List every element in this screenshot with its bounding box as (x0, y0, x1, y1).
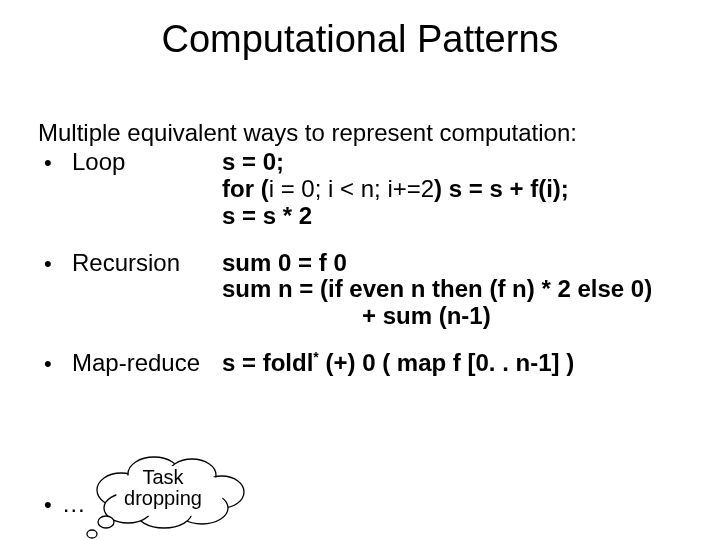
slide: Computational Patterns Multiple equivale… (0, 0, 720, 540)
cloud-line2: dropping (88, 488, 238, 509)
svg-point-9 (87, 530, 97, 538)
code-text: foldl (263, 349, 314, 376)
code-text: s = s * 2 (222, 202, 312, 229)
bullet-recursion-code: sum 0 = f 0 sum n = (if even n then (f n… (222, 250, 688, 331)
cloud-line1: Task (88, 467, 238, 488)
intro-text: Multiple equivalent ways to represent co… (38, 120, 688, 147)
code-text: then (432, 275, 483, 302)
bullet-dot-icon: • (44, 492, 62, 517)
bullet-loop-code: s = 0; for (i = 0; i < n; i+=2) s = s + … (222, 149, 688, 230)
slide-title: Computational Patterns (0, 18, 720, 61)
bullet-dot-icon: • (38, 250, 72, 277)
code-text: s = (222, 349, 263, 376)
bullet-mapreduce-label: Map-reduce (72, 350, 222, 377)
code-text: (f n) * 2 (483, 275, 578, 302)
cloud-text: Task dropping (88, 467, 238, 509)
bullet-mapreduce: • Map-reduce s = foldl* (+) 0 ( map f [0… (38, 350, 688, 377)
bullet-recursion-label: Recursion (72, 250, 222, 277)
code-text: else (577, 275, 624, 302)
code-text: ) s = s + f(i); (434, 175, 569, 202)
code-text: (+) 0 ( map f [0. . n-1] ) (319, 349, 574, 376)
bullet-loop-label: Loop (72, 149, 222, 176)
code-text: even n (343, 275, 432, 302)
bullet-recursion: • Recursion sum 0 = f 0 sum n = (if even… (38, 250, 688, 331)
bullet-dot-icon: • (38, 350, 72, 377)
code-text: sum n = ( (222, 275, 328, 302)
code-text: if (328, 275, 343, 302)
slide-body: Multiple equivalent ways to represent co… (38, 120, 688, 377)
code-text: s = 0; (222, 148, 284, 175)
code-text: 0) (624, 275, 652, 302)
code-text: + sum (n-1) (362, 302, 491, 329)
code-text: for ( (222, 175, 269, 202)
svg-point-8 (98, 516, 114, 528)
bullet-mapreduce-code: s = foldl* (+) 0 ( map f [0. . n-1] ) (222, 350, 688, 377)
code-text: sum 0 = f 0 (222, 249, 347, 276)
code-text: i = 0; i < n; i+=2 (269, 175, 434, 202)
thought-cloud: Task dropping (88, 462, 248, 534)
bullet-loop: • Loop s = 0; for (i = 0; i < n; i+=2) s… (38, 149, 688, 230)
bullet-dot-icon: • (38, 149, 72, 176)
